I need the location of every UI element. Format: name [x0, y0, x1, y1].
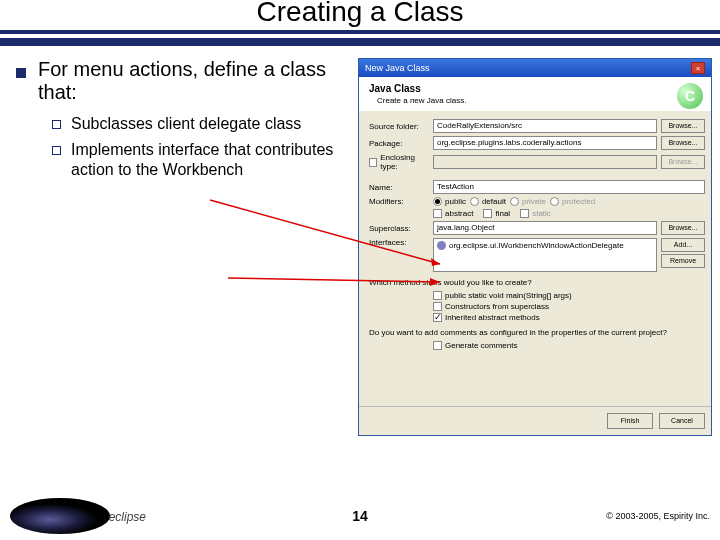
- package-row: Package: org.eclipse.plugins.labs.codera…: [369, 136, 705, 150]
- slide-header: Creating a Class: [0, 0, 720, 44]
- browse-button: Browse...: [661, 155, 705, 169]
- checkbox-icon: [520, 209, 529, 218]
- remove-button[interactable]: Remove: [661, 254, 705, 268]
- radio-icon: [433, 197, 442, 206]
- slide-content: For menu actions, define a class that: S…: [0, 44, 720, 436]
- checkbox-icon: [433, 291, 442, 300]
- checkbox-icon: [369, 158, 377, 167]
- checkbox-icon: [433, 209, 442, 218]
- radio-icon: [470, 197, 479, 206]
- dialog-title-text: New Java Class: [365, 63, 430, 73]
- interfaces-label: Interfaces:: [369, 238, 429, 247]
- page-number: 14: [352, 508, 368, 524]
- main-method-label: public static void main(String[] args): [445, 291, 572, 300]
- slide-footer: 14 © 2003-2005, Espirity Inc.: [0, 498, 720, 534]
- bullet-sub-2-text: Implements interface that contributes ac…: [71, 140, 346, 180]
- dialog-subheading: Create a new Java class.: [377, 96, 701, 105]
- final-check[interactable]: final: [483, 209, 510, 218]
- modifiers-label: Modifiers:: [369, 197, 429, 206]
- header-rule-thin: [0, 30, 720, 34]
- protected-label: protected: [562, 197, 595, 206]
- bullet-sub-2: Implements interface that contributes ac…: [52, 140, 346, 180]
- radio-icon: [510, 197, 519, 206]
- name-row: Name: TestAction: [369, 180, 705, 194]
- abstract-check[interactable]: abstract: [433, 209, 473, 218]
- generate-comments-label: Generate comments: [445, 341, 517, 350]
- source-folder-label: Source folder:: [369, 122, 429, 131]
- browse-button[interactable]: Browse...: [661, 221, 705, 235]
- main-method-check[interactable]: public static void main(String[] args): [433, 291, 705, 300]
- static-check: static: [520, 209, 551, 218]
- comments-list: Generate comments: [433, 341, 705, 350]
- enclosing-type-input: [433, 155, 657, 169]
- superclass-row: Superclass: java.lang.Object Browse...: [369, 221, 705, 235]
- stubs-question: Which method stubs would you like to cre…: [369, 278, 705, 287]
- generate-comments-check[interactable]: Generate comments: [433, 341, 705, 350]
- add-button[interactable]: Add...: [661, 238, 705, 252]
- class-icon: C: [677, 83, 703, 109]
- package-input[interactable]: org.eclipse.plugins.labs.coderally.actio…: [433, 136, 657, 150]
- interface-icon: [437, 241, 446, 250]
- inherited-methods-label: Inherited abstract methods: [445, 313, 540, 322]
- bullet-main-text: For menu actions, define a class that:: [38, 58, 346, 104]
- superclass-constructors-label: Constructors from superclass: [445, 302, 549, 311]
- checkbox-icon: [433, 302, 442, 311]
- stubs-list: public static void main(String[] args) C…: [433, 291, 705, 322]
- dialog-titlebar: New Java Class ×: [359, 59, 711, 77]
- checkbox-icon: [433, 313, 442, 322]
- interface-item[interactable]: org.eclipse.ui.IWorkbenchWindowActionDel…: [437, 241, 653, 250]
- browse-button[interactable]: Browse...: [661, 119, 705, 133]
- name-label: Name:: [369, 183, 429, 192]
- package-label: Package:: [369, 139, 429, 148]
- static-label: static: [532, 209, 551, 218]
- enclosing-type-label: Enclosing type:: [380, 153, 429, 171]
- abstract-label: abstract: [445, 209, 473, 218]
- new-class-dialog: New Java Class × Java Class Create a new…: [358, 58, 712, 436]
- radio-icon: [550, 197, 559, 206]
- bullet-square-icon: [16, 68, 26, 78]
- bullet-sub-1-text: Subclasses client delegate class: [71, 114, 301, 134]
- checkbox-icon: [433, 341, 442, 350]
- bullet-sub-1: Subclasses client delegate class: [52, 114, 346, 134]
- superclass-input[interactable]: java.lang.Object: [433, 221, 657, 235]
- bullet-list: For menu actions, define a class that: S…: [16, 58, 346, 436]
- browse-button[interactable]: Browse...: [661, 136, 705, 150]
- private-radio: private: [510, 197, 546, 206]
- dialog-footer: Finish Cancel: [359, 406, 711, 435]
- modifiers-row: Modifiers: public default private protec…: [369, 197, 705, 206]
- enclosing-type-check[interactable]: Enclosing type:: [369, 153, 429, 171]
- default-label: default: [482, 197, 506, 206]
- interfaces-buttons: Add... Remove: [661, 238, 705, 268]
- dialog-body: Source folder: CodeRallyExtension/src Br…: [359, 111, 711, 358]
- final-label: final: [495, 209, 510, 218]
- superclass-label: Superclass:: [369, 224, 429, 233]
- interfaces-row: Interfaces: org.eclipse.ui.IWorkbenchWin…: [369, 238, 705, 272]
- enclosing-type-row: Enclosing type: Browse...: [369, 153, 705, 171]
- checkbox-icon: [483, 209, 492, 218]
- cancel-button[interactable]: Cancel: [659, 413, 705, 429]
- dialog-heading: Java Class: [369, 83, 701, 94]
- finish-button[interactable]: Finish: [607, 413, 653, 429]
- copyright: © 2003-2005, Espirity Inc.: [606, 511, 710, 521]
- close-icon[interactable]: ×: [691, 62, 705, 74]
- eclipse-logo: [10, 498, 110, 534]
- public-label: public: [445, 197, 466, 206]
- source-folder-row: Source folder: CodeRallyExtension/src Br…: [369, 119, 705, 133]
- name-input[interactable]: TestAction: [433, 180, 705, 194]
- bullet-outline-icon: [52, 120, 61, 129]
- modifiers-row-2: abstract final static: [433, 209, 705, 218]
- interfaces-list[interactable]: org.eclipse.ui.IWorkbenchWindowActionDel…: [433, 238, 657, 272]
- interface-item-text: org.eclipse.ui.IWorkbenchWindowActionDel…: [449, 241, 624, 250]
- bullet-main: For menu actions, define a class that:: [16, 58, 346, 104]
- private-label: private: [522, 197, 546, 206]
- public-radio[interactable]: public: [433, 197, 466, 206]
- slide-title: Creating a Class: [247, 0, 474, 28]
- default-radio[interactable]: default: [470, 197, 506, 206]
- inherited-methods-check[interactable]: Inherited abstract methods: [433, 313, 705, 322]
- bullet-outline-icon: [52, 146, 61, 155]
- superclass-constructors-check[interactable]: Constructors from superclass: [433, 302, 705, 311]
- source-folder-input[interactable]: CodeRallyExtension/src: [433, 119, 657, 133]
- header-rule-thick: [0, 38, 720, 46]
- comments-question: Do you want to add comments as configure…: [369, 328, 705, 337]
- protected-radio: protected: [550, 197, 595, 206]
